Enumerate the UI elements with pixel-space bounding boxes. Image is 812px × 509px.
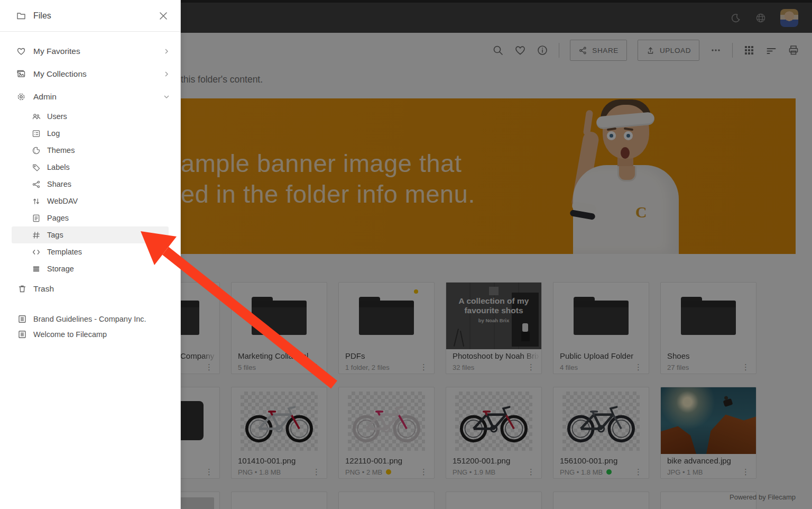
sidebar-item-labels[interactable]: Labels bbox=[12, 159, 169, 176]
storage-icon bbox=[32, 265, 41, 274]
shares-icon bbox=[32, 180, 41, 189]
admin-submenu: Users Log Themes Labels Shares WebDAV Pa… bbox=[0, 108, 180, 277]
gear-icon bbox=[16, 92, 26, 102]
sidebar-item-templates[interactable]: Templates bbox=[12, 243, 169, 260]
drawer-header: Files bbox=[0, 0, 180, 32]
sidebar-item-admin[interactable]: Admin bbox=[0, 85, 180, 108]
chevron-right-icon bbox=[163, 48, 170, 54]
labels-icon bbox=[32, 163, 41, 172]
sidebar-item-shares[interactable]: Shares bbox=[12, 176, 169, 193]
templates-icon bbox=[32, 248, 41, 257]
collections-icon bbox=[16, 69, 26, 79]
sidebar-link-brand-guidelines-company-inc[interactable]: Brand Guidelines - Company Inc. bbox=[0, 311, 180, 326]
log-icon bbox=[32, 129, 41, 138]
sidebar-item-tags[interactable]: Tags bbox=[12, 226, 169, 243]
trash-icon bbox=[17, 284, 27, 294]
sidebar-link-welcome-to-filecamp[interactable]: Welcome to Filecamp bbox=[0, 326, 180, 342]
note-icon bbox=[17, 314, 27, 324]
chevron-down-icon bbox=[163, 94, 170, 100]
folder-icon bbox=[16, 11, 26, 21]
chevron-right-icon bbox=[163, 71, 170, 77]
sidebar-item-themes[interactable]: Themes bbox=[12, 142, 169, 159]
heart-icon bbox=[16, 47, 26, 56]
themes-icon bbox=[32, 146, 41, 155]
sidebar-item-trash[interactable]: Trash bbox=[0, 277, 180, 300]
webdav-icon bbox=[32, 197, 41, 206]
sidebar-item-users[interactable]: Users bbox=[12, 108, 169, 125]
sidebar-item-pages[interactable]: Pages bbox=[12, 210, 169, 226]
close-icon[interactable] bbox=[158, 11, 169, 21]
sidebar-item-my-favorites[interactable]: My Favorites bbox=[0, 40, 180, 62]
sidebar-item-my-collections[interactable]: My Collections bbox=[0, 62, 180, 85]
files-drawer-sidebar: Files My Favorites My Collections Admin … bbox=[0, 0, 181, 509]
sidebar-item-log[interactable]: Log bbox=[12, 125, 169, 142]
sidebar-item-storage[interactable]: Storage bbox=[12, 260, 169, 277]
sidebar-item-webdav[interactable]: WebDAV bbox=[12, 193, 169, 210]
drawer-title: Files bbox=[33, 11, 51, 21]
note-icon bbox=[17, 330, 27, 339]
users-icon bbox=[32, 112, 41, 121]
pages-icon bbox=[32, 214, 41, 223]
sidebar-links: Brand Guidelines - Company Inc. Welcome … bbox=[0, 311, 180, 342]
tags-icon bbox=[32, 231, 41, 240]
